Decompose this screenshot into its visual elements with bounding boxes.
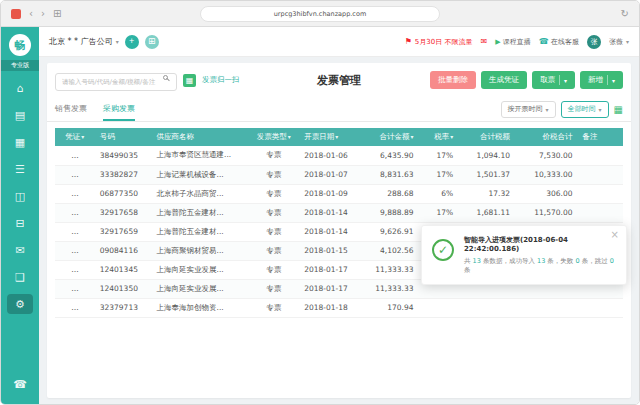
sidebar: 畅 专业版 ⌂ ▤ ▦ ☰ ◫ ⊟ ✉ ❑ ⚙ ☎ [1,27,39,404]
col-remark[interactable]: 备注 [577,128,623,146]
headset-icon: ☎ [539,37,549,46]
service-link[interactable]: ☎ 在线客服 [539,37,579,47]
cell-total: 11,570.00 [515,203,577,222]
col-voucher[interactable]: 凭证▾ [55,128,95,146]
tabs-row: 销售发票 采购发票 按开票时间▾ 全部时间▾ ▦ [47,97,631,122]
table-row[interactable]: … 32917658 上海普陀五金建材... 专票 2018-01-14 9,8… [55,203,623,222]
sidebar-item-message[interactable]: ✉ [7,240,33,260]
tab-purchase-invoice[interactable]: 采购发票 [103,97,135,121]
company-selector[interactable]: 北京 * * 广告公司 ▾ [49,36,119,47]
add-company-button[interactable]: + [125,35,139,49]
sidebar-item-funds[interactable]: ⊟ [7,213,33,233]
search-box [55,69,177,91]
scan-label[interactable]: 发票归一扫 [202,75,240,85]
forward-icon[interactable]: › [41,9,45,19]
sidebar-item-workbench[interactable]: ⌂ [7,78,33,98]
col-number[interactable]: 号码 [95,128,152,146]
sidebar-item-service[interactable]: ☎ [7,374,33,394]
batch-delete-button[interactable]: 批量删除 [430,71,476,89]
cell-tax-rate [418,298,458,317]
red-packet-icon[interactable]: ✉ [480,37,487,46]
promo-notice[interactable]: ⚑ 5月30日 不限流量 [405,37,473,47]
import-toast: × ✓ 智能导入进项发票(2018-06-04 22:42:00.186) 共 … [421,225,627,285]
cell-supplier: 上海普陀五金建材... [152,203,249,222]
url-text: urpcg3hibfvn.chanzapp.com [274,10,367,18]
cell-supplier: 上海向延实业发展... [152,279,249,298]
cell-supplier: 上海商聚钢材贸易... [152,241,249,260]
cell-amount: 9,626.91 [356,222,418,241]
sidebar-item-report[interactable]: ◫ [7,186,33,206]
table-row[interactable]: … 38499035 上海市奉贤区慧通建... 专票 2018-01-06 6,… [55,146,623,165]
cell-date: 2018-01-14 [299,222,356,241]
action-buttons: 批量删除 生成凭证 取票▾ 新增▾ [430,71,623,89]
browser-logo [11,9,21,19]
sidebar-item-invoice[interactable]: ▤ [7,105,33,125]
cell-type: 专票 [248,241,299,260]
scan-button[interactable]: ▦ [183,74,196,87]
col-amount[interactable]: 合计金额▾ [356,128,418,146]
cell-number: 33382827 [95,165,152,184]
col-date[interactable]: 开票日期▾ [299,128,356,146]
user-menu[interactable]: 张薇 ▾ [609,37,629,47]
live-link[interactable]: ▶ 课程直播 [495,37,531,47]
sort-by-date-button[interactable]: 按开票时间▾ [501,101,556,118]
sidebar-item-settings[interactable]: ⚙ [7,294,33,314]
cell-remark [577,298,623,317]
col-type[interactable]: 发票类型▾ [248,128,299,146]
cell-date: 2018-01-09 [299,184,356,203]
refresh-icon[interactable]: ↻ [621,8,629,19]
cell-amount: 11,333.33 [356,279,418,298]
success-check-icon: ✓ [432,239,454,261]
generate-voucher-button[interactable]: 生成凭证 [481,71,527,89]
col-tax-amount[interactable]: 合计税额 [458,128,515,146]
sidebar-item-ledger[interactable]: ☰ [7,159,33,179]
cell-type: 专票 [248,165,299,184]
page-title: 发票管理 [317,73,361,88]
cell-date: 2018-01-07 [299,165,356,184]
cell-remark [577,146,623,165]
tabs-icon[interactable]: ⊞ [53,9,61,19]
table-row[interactable]: … 33382827 上海记莱机械设备... 专票 2018-01-07 8,8… [55,165,623,184]
cell-number: 32379713 [95,298,152,317]
table-row[interactable]: … 32379713 上海奉海加创物资... 专票 2018-01-18 170… [55,298,623,317]
col-tax-rate[interactable]: 税率▾ [418,128,458,146]
company-name: 北京 * * 广告公司 [49,36,113,47]
sort-caret-icon: ▾ [335,133,338,140]
cell-remark [577,203,623,222]
button-divider [607,75,608,85]
cell-amount: 8,831.63 [356,165,418,184]
add-invoice-button[interactable]: 新增▾ [580,71,623,89]
search-input[interactable] [55,73,177,91]
cell-total [515,298,577,317]
cell-date: 2018-01-14 [299,203,356,222]
cell-voucher: … [55,146,95,165]
url-bar[interactable]: urpcg3hibfvn.chanzapp.com [200,6,440,22]
cell-voucher: … [55,298,95,317]
col-supplier[interactable]: 供应商名称 [152,128,249,146]
funds-icon: ⊟ [15,217,24,230]
cell-voucher: … [55,203,95,222]
cell-supplier: 北京柿子水晶商贸... [152,184,249,203]
avatar[interactable]: 张 [587,35,601,49]
sidebar-item-archive[interactable]: ❑ [7,267,33,287]
user-name: 张薇 [609,37,623,47]
cell-type: 专票 [248,184,299,203]
time-range-button[interactable]: 全部时间▾ [561,101,609,118]
cell-number: 32917658 [95,203,152,222]
cell-amount: 11,333.33 [356,260,418,279]
apps-grid-button[interactable]: ⊞ [145,35,159,49]
chevron-down-icon: ▾ [612,77,615,84]
cell-tax-amount [458,298,515,317]
fetch-invoice-button[interactable]: 取票▾ [532,71,575,89]
sidebar-item-voucher[interactable]: ▦ [7,132,33,152]
cell-number: 06877350 [95,184,152,203]
close-icon[interactable]: × [611,229,619,240]
cell-supplier: 上海记莱机械设备... [152,165,249,184]
col-total[interactable]: 价税合计 [515,128,577,146]
search-icon [163,75,168,80]
calendar-icon[interactable]: ▦ [614,104,623,115]
table-row[interactable]: … 06877350 北京柿子水晶商贸... 专票 2018-01-09 288… [55,184,623,203]
invoice-icon: ▤ [15,109,25,122]
back-icon[interactable]: ‹ [29,9,33,19]
tab-sales-invoice[interactable]: 销售发票 [55,97,87,121]
